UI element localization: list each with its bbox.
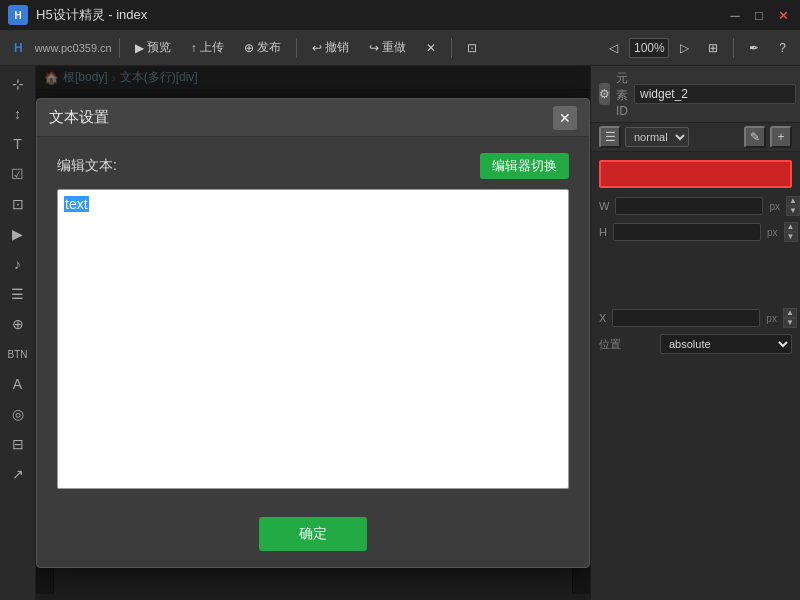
tab-list-icon-button[interactable]: ☰ — [599, 126, 621, 148]
dialog-footer: 确定 — [37, 505, 589, 567]
confirm-button[interactable]: 确定 — [259, 517, 367, 551]
main-area: ⊹ ↕ T ☑ ⊡ ▶ ♪ ☰ ⊕ BTN A ◎ ⊟ ↗ 🏠 根[body] … — [0, 66, 800, 600]
logo-icon: H — [14, 41, 23, 55]
undo-label: 撤销 — [325, 39, 349, 56]
width-unit: px — [769, 201, 780, 212]
upload-label: 上传 — [200, 39, 224, 56]
add-state-button[interactable]: + — [770, 126, 792, 148]
undo-button[interactable]: ↩ 撤销 — [304, 35, 357, 61]
sidebar-icon-arrow[interactable]: ↗ — [3, 460, 33, 488]
dialog-titlebar: 文本设置 ✕ — [37, 99, 589, 137]
pencil-button[interactable]: ✒ — [741, 35, 767, 61]
toolbar-separator-2 — [296, 38, 297, 58]
panel-spacer — [599, 248, 792, 308]
window-close-button[interactable]: ✕ — [774, 6, 792, 24]
dialog-body: 编辑文本: 编辑器切换 text — [37, 137, 589, 505]
toolbar-logo[interactable]: H — [6, 35, 31, 61]
height-unit: px — [767, 227, 778, 238]
element-id-label: 元素ID — [616, 70, 628, 118]
edit-state-button[interactable]: ✎ — [744, 126, 766, 148]
redo-button[interactable]: ↪ 重做 — [361, 35, 414, 61]
url-display: www.pc0359.cn — [35, 42, 112, 54]
element-id-input[interactable] — [634, 84, 796, 104]
panel-row-width: W px ▲ ▼ — [599, 196, 792, 216]
editor-selected-text[interactable]: text — [64, 196, 89, 212]
sidebar-icon-audio[interactable]: ♪ — [3, 250, 33, 278]
x-unit: px — [766, 313, 777, 324]
zoom-area: ◁ ▷ ⊞ — [601, 35, 726, 61]
width-spin-down[interactable]: ▼ — [786, 206, 800, 216]
publish-label: 发布 — [257, 39, 281, 56]
panel-content: W px ▲ ▼ H px ▲ ▼ X px — [591, 152, 800, 600]
sidebar-icon-select[interactable]: ⊹ — [3, 70, 33, 98]
red-highlight-bar — [599, 160, 792, 188]
toolbar-separator-4 — [733, 38, 734, 58]
sidebar-icon-video[interactable]: ▶ — [3, 220, 33, 248]
editor-switch-button[interactable]: 编辑器切换 — [480, 153, 569, 179]
zoom-out-button[interactable]: ◁ — [601, 35, 626, 61]
window-title: H5设计精灵 - index — [36, 6, 718, 24]
title-bar: H H5设计精灵 - index ─ □ ✕ — [0, 0, 800, 30]
sidebar-icon-text[interactable]: T — [3, 130, 33, 158]
help-icon: ? — [779, 41, 786, 55]
zoom-input[interactable] — [629, 38, 669, 58]
height-label: H — [599, 226, 607, 238]
toolbar-separator-3 — [451, 38, 452, 58]
app-logo: H — [8, 5, 28, 25]
minimize-button[interactable]: ─ — [726, 6, 744, 24]
preview-icon: ▶ — [135, 41, 144, 55]
upload-button[interactable]: ↑ 上传 — [183, 35, 232, 61]
preview-label: 预览 — [147, 39, 171, 56]
right-panel: ⚙ 元素ID ☰ normal hover active ✎ + — [590, 66, 800, 600]
help-button[interactable]: ? — [771, 35, 794, 61]
redo-icon: ↪ — [369, 41, 379, 55]
fit-button[interactable]: ⊞ — [700, 35, 726, 61]
pencil-icon: ✒ — [749, 41, 759, 55]
dialog-close-button[interactable]: ✕ — [553, 106, 577, 130]
zoom-in-button[interactable]: ▷ — [672, 35, 697, 61]
sidebar-icon-font[interactable]: A — [3, 370, 33, 398]
x-spin-up[interactable]: ▲ — [783, 308, 797, 318]
settings-icon[interactable]: ⚙ — [599, 83, 610, 105]
width-label: W — [599, 200, 609, 212]
left-sidebar: ⊹ ↕ T ☑ ⊡ ▶ ♪ ☰ ⊕ BTN A ◎ ⊟ ↗ — [0, 66, 36, 600]
undo-icon: ↩ — [312, 41, 322, 55]
delete-button[interactable]: ✕ — [418, 35, 444, 61]
width-spinner: ▲ ▼ — [786, 196, 800, 216]
sidebar-icon-checkbox[interactable]: ☑ — [3, 160, 33, 188]
x-label: X — [599, 312, 606, 324]
position-label: 位置 — [599, 337, 654, 352]
dialog-title: 文本设置 — [49, 108, 545, 127]
sidebar-icon-button[interactable]: BTN — [3, 340, 33, 368]
publish-button[interactable]: ⊕ 发布 — [236, 35, 289, 61]
x-spin-down[interactable]: ▼ — [783, 318, 797, 328]
text-settings-dialog: 文本设置 ✕ 编辑文本: 编辑器切换 text — [36, 98, 590, 568]
width-spin-up[interactable]: ▲ — [786, 196, 800, 206]
preview-button[interactable]: ▶ 预览 — [127, 35, 179, 61]
state-selector[interactable]: normal hover active — [625, 127, 689, 147]
sidebar-icon-image[interactable]: ⊡ — [3, 190, 33, 218]
height-spin-up[interactable]: ▲ — [784, 222, 798, 232]
window-controls: ─ □ ✕ — [726, 6, 792, 24]
position-select[interactable]: absolute relative — [660, 334, 792, 354]
sidebar-icon-link[interactable]: ⊕ — [3, 310, 33, 338]
delete-icon: ✕ — [426, 41, 436, 55]
maximize-button[interactable]: □ — [750, 6, 768, 24]
toolbar-separator-1 — [119, 38, 120, 58]
grid-button[interactable]: ⊡ — [459, 35, 485, 61]
redo-label: 重做 — [382, 39, 406, 56]
sidebar-icon-list[interactable]: ☰ — [3, 280, 33, 308]
dialog-label-row: 编辑文本: 编辑器切换 — [57, 153, 569, 179]
dialog-overlay: 文本设置 ✕ 编辑文本: 编辑器切换 text — [36, 66, 590, 600]
x-input[interactable] — [612, 309, 760, 327]
height-spinner: ▲ ▼ — [784, 222, 798, 242]
text-editor-area[interactable]: text — [57, 189, 569, 489]
width-input[interactable] — [615, 197, 763, 215]
sidebar-icon-circle[interactable]: ◎ — [3, 400, 33, 428]
toolbar: H www.pc0359.cn ▶ 预览 ↑ 上传 ⊕ 发布 ↩ 撤销 ↪ 重做… — [0, 30, 800, 66]
panel-header: ⚙ 元素ID — [591, 66, 800, 123]
height-spin-down[interactable]: ▼ — [784, 232, 798, 242]
sidebar-icon-minus[interactable]: ⊟ — [3, 430, 33, 458]
height-input[interactable] — [613, 223, 761, 241]
sidebar-icon-move[interactable]: ↕ — [3, 100, 33, 128]
